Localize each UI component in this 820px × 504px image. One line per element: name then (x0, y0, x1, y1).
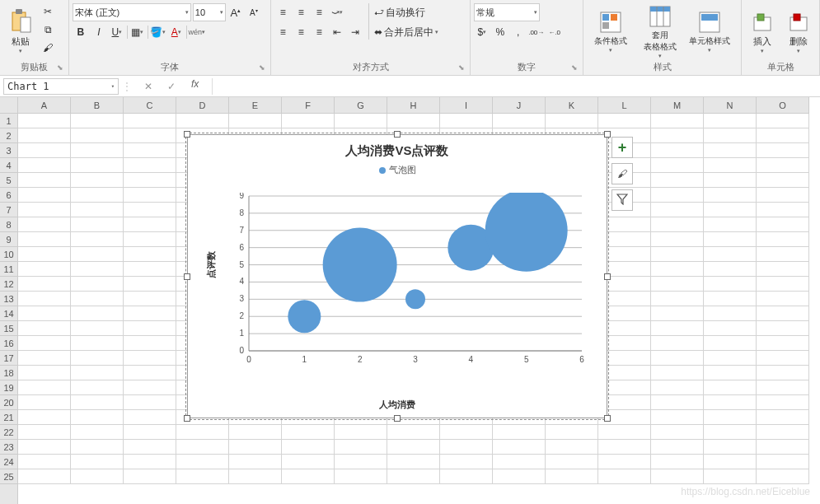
insert-button[interactable]: 插入 ▾ (745, 3, 780, 59)
resize-handle-bl[interactable] (184, 415, 190, 422)
row-header-22[interactable]: 22 (0, 425, 17, 440)
row-header-3[interactable]: 3 (0, 143, 17, 158)
row-header-19[interactable]: 19 (0, 380, 17, 395)
align-left-button[interactable]: ≡ (274, 24, 291, 40)
column-header-K[interactable]: K (546, 97, 598, 113)
row-header-11[interactable]: 11 (0, 262, 17, 277)
resize-handle-br[interactable] (604, 415, 611, 422)
align-right-button[interactable]: ≡ (311, 24, 327, 40)
row-header-21[interactable]: 21 (0, 410, 17, 425)
align-bottom-button[interactable]: ≡ (311, 4, 327, 21)
format-table-button[interactable]: 套用 表格格式 ▾ (636, 3, 684, 59)
bold-button[interactable]: B (73, 24, 89, 40)
bubble-point[interactable] (485, 193, 568, 272)
row-header-5[interactable]: 5 (0, 173, 17, 188)
font-color-button[interactable]: A▾ (168, 24, 185, 40)
row-header-2[interactable]: 2 (0, 128, 17, 143)
row-header-7[interactable]: 7 (0, 203, 17, 217)
align-top-button[interactable]: ≡ (274, 4, 291, 21)
underline-button[interactable]: U▾ (109, 24, 125, 40)
row-header-16[interactable]: 16 (0, 336, 17, 351)
column-header-L[interactable]: L (598, 97, 651, 113)
column-header-N[interactable]: N (704, 97, 757, 113)
resize-handle-bm[interactable] (394, 415, 401, 422)
number-format-select[interactable]: 常规 ▾ (474, 3, 540, 21)
percent-button[interactable]: % (492, 24, 508, 40)
decrease-indent-button[interactable]: ⇤ (329, 24, 345, 40)
column-header-O[interactable]: O (757, 97, 809, 113)
y-axis-title[interactable]: 点评数 (205, 251, 218, 278)
row-header-8[interactable]: 8 (0, 217, 17, 232)
column-header-F[interactable]: F (282, 97, 335, 113)
paste-button[interactable]: 粘贴 ▾ (3, 3, 38, 59)
cancel-formula-button[interactable]: ✕ (140, 78, 157, 95)
align-launcher[interactable]: ⬊ (458, 63, 466, 72)
clipboard-launcher[interactable]: ⬊ (57, 63, 65, 72)
increase-decimal-button[interactable]: .00→ (528, 24, 545, 40)
resize-handle-tl[interactable] (184, 131, 190, 138)
resize-handle-ml[interactable] (184, 273, 190, 280)
bubble-point[interactable] (288, 300, 321, 333)
row-header-25[interactable]: 25 (0, 469, 17, 484)
chart-styles-button[interactable]: 🖌 (611, 163, 633, 184)
number-launcher[interactable]: ⬊ (571, 63, 579, 72)
name-box[interactable]: Chart 1 ▾ (3, 78, 119, 95)
cut-button[interactable]: ✂ (40, 3, 56, 20)
currency-button[interactable]: $▾ (474, 24, 490, 40)
bubble-point[interactable] (323, 228, 397, 302)
row-header-12[interactable]: 12 (0, 277, 17, 292)
column-header-J[interactable]: J (493, 97, 546, 113)
row-header-10[interactable]: 10 (0, 247, 17, 262)
column-header-C[interactable]: C (124, 97, 176, 113)
row-header-9[interactable]: 9 (0, 232, 17, 247)
row-header-6[interactable]: 6 (0, 188, 17, 203)
resize-handle-mr[interactable] (604, 273, 611, 280)
row-header-20[interactable]: 20 (0, 395, 17, 410)
row-header-17[interactable]: 17 (0, 351, 17, 366)
column-header-M[interactable]: M (651, 97, 704, 113)
italic-button[interactable]: I (91, 24, 107, 40)
wrap-text-button[interactable]: ⮐ 自动换行 (374, 3, 438, 21)
delete-button[interactable]: 删除 ▾ (781, 3, 816, 59)
resize-handle-tm[interactable] (394, 131, 401, 138)
increase-indent-button[interactable]: ⇥ (347, 24, 363, 40)
x-axis-title[interactable]: 人均消费 (188, 399, 607, 411)
align-middle-button[interactable]: ≡ (293, 4, 309, 21)
chart-filters-button[interactable] (611, 189, 633, 211)
orientation-button[interactable]: ⤻▾ (329, 4, 345, 21)
chart-object[interactable]: 人均消费VS点评数 气泡图 点评数 人均消费 01234567890123456 (187, 134, 607, 418)
column-header-A[interactable]: A (18, 97, 71, 113)
row-header-4[interactable]: 4 (0, 158, 17, 173)
format-painter-button[interactable]: 🖌 (40, 40, 56, 56)
column-header-G[interactable]: G (335, 97, 387, 113)
increase-font-button[interactable]: A▴ (227, 4, 244, 21)
chart-legend[interactable]: 气泡图 (188, 159, 607, 181)
chart-plot-area[interactable]: 01234567890123456 (227, 193, 590, 374)
cells-area[interactable]: 人均消费VS点评数 气泡图 点评数 人均消费 01234567890123456… (18, 114, 820, 504)
chart-title[interactable]: 人均消费VS点评数 (188, 135, 607, 159)
align-center-button[interactable]: ≡ (293, 24, 309, 40)
row-header-14[interactable]: 14 (0, 306, 17, 321)
select-all-corner[interactable] (0, 97, 18, 114)
row-header-23[interactable]: 23 (0, 440, 17, 455)
column-header-B[interactable]: B (71, 97, 124, 113)
row-header-13[interactable]: 13 (0, 292, 17, 306)
conditional-format-button[interactable]: 条件格式 ▾ (587, 3, 635, 59)
phonetic-button[interactable]: wén▾ (189, 24, 205, 40)
decrease-decimal-button[interactable]: ←.0 (546, 24, 563, 40)
fill-color-button[interactable]: 🪣▾ (150, 24, 166, 40)
resize-handle-tr[interactable] (604, 131, 611, 138)
cell-styles-button[interactable]: 单元格样式 ▾ (686, 3, 733, 59)
column-header-I[interactable]: I (440, 97, 493, 113)
row-header-1[interactable]: 1 (0, 114, 17, 128)
border-button[interactable]: ▦▾ (129, 24, 146, 40)
comma-button[interactable]: , (510, 24, 527, 40)
enter-formula-button[interactable]: ✓ (163, 78, 180, 95)
column-header-D[interactable]: D (176, 97, 229, 113)
decrease-font-button[interactable]: A▾ (246, 4, 262, 21)
font-size-select[interactable]: 10 ▾ (193, 3, 226, 21)
formula-input[interactable] (212, 78, 820, 95)
copy-button[interactable]: ⧉ (40, 21, 56, 38)
merge-center-button[interactable]: ⬌ 合并后居中 ▾ (374, 23, 438, 41)
row-header-15[interactable]: 15 (0, 321, 17, 336)
